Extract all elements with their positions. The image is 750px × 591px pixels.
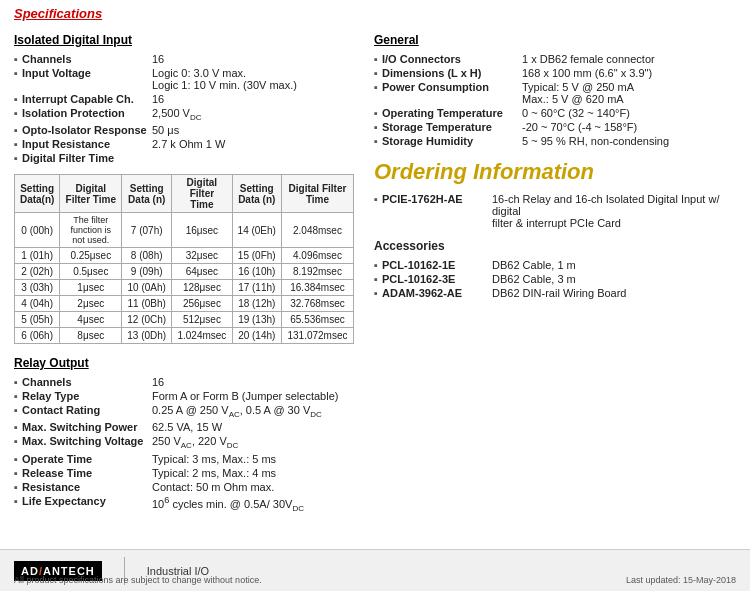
spec-label-filter: Digital Filter Time (22, 152, 152, 164)
spec-label-opto: Opto-Isolator Response (22, 124, 152, 136)
ordering-section: Ordering Information PCIE-1762H-AE 16-ch… (374, 159, 736, 229)
spec-label-resistance: Input Resistance (22, 138, 152, 150)
relay-channels: Channels 16 (14, 376, 354, 388)
general-storage-temp: Storage Temperature -20 ~ 70°C (-4 ~ 158… (374, 121, 736, 133)
order-item-pcie: PCIE-1762H-AE 16-ch Relay and 16-ch Isol… (374, 193, 736, 229)
relay-type: Relay Type Form A or Form B (Jumper sele… (14, 390, 354, 402)
general-title: General (374, 33, 736, 47)
col-header-5: SettingData (n) (232, 175, 281, 213)
spec-label-isolation: Isolation Protection (22, 107, 152, 122)
digital-input-section: Isolated Digital Input Channels 16 Input… (14, 33, 354, 344)
col-header-1: SettingData(n) (15, 175, 60, 213)
relay-contact-rating: Contact Rating 0.25 A @ 250 VAC, 0.5 A @… (14, 404, 354, 419)
spec-channels: Channels 16 (14, 53, 354, 65)
general-operating-temp: Operating Temperature 0 ~ 60°C (32 ~ 140… (374, 107, 736, 119)
page-heading: Specifications (0, 0, 750, 23)
accessory-adam: ADAM-3962-AE DB62 DIN-rail Wiring Board (374, 287, 736, 299)
footer: AD/ANTECH Industrial I/O All product spe… (0, 549, 750, 591)
table-row: 5 (05h) 4μsec 12 (0Ch) 512μsec 19 (13h) … (15, 312, 354, 328)
relay-output-specs: Channels 16 Relay Type Form A or Form B … (14, 376, 354, 512)
spec-input-voltage: Input Voltage Logic 0: 3.0 V max.Logic 1… (14, 67, 354, 91)
spec-label-channels: Channels (22, 53, 152, 65)
col-header-6: Digital FilterTime (281, 175, 353, 213)
col-header-4: DigitalFilterTime (172, 175, 232, 213)
footer-note: All product specifications are subject t… (14, 575, 262, 585)
general-io-connectors: I/O Connectors 1 x DB62 female connector (374, 53, 736, 65)
relay-life-expectancy: Life Expectancy 106 cycles min. @ 0.5A/ … (14, 495, 354, 513)
general-section: General I/O Connectors 1 x DB62 female c… (374, 33, 736, 147)
spec-interrupt: Interrupt Capable Ch. 16 (14, 93, 354, 105)
accessories-section: Accessories PCL-10162-1E DB62 Cable, 1 m… (374, 239, 736, 299)
table-row: 6 (06h) 8μsec 13 (0Dh) 1.024msec 20 (14h… (15, 328, 354, 344)
general-storage-humidity: Storage Humidity 5 ~ 95 % RH, non-conden… (374, 135, 736, 147)
spec-resistance: Input Resistance 2.7 k Ohm 1 W (14, 138, 354, 150)
spec-filter-time-label: Digital Filter Time (14, 152, 354, 164)
table-row: 1 (01h) 0.25μsec 8 (08h) 32μsec 15 (0Fh)… (15, 248, 354, 264)
accessory-pcl-3e: PCL-10162-3E DB62 Cable, 3 m (374, 273, 736, 285)
accessory-pcl-1e: PCL-10162-1E DB62 Cable, 1 m (374, 259, 736, 271)
relay-output-section: Relay Output Channels 16 Relay Type Form… (14, 356, 354, 512)
ordering-list: PCIE-1762H-AE 16-ch Relay and 16-ch Isol… (374, 193, 736, 229)
relay-max-switching-voltage: Max. Switching Voltage 250 VAC, 220 VDC (14, 435, 354, 450)
filter-table: SettingData(n) DigitalFilter Time Settin… (14, 174, 354, 344)
table-row: 3 (03h) 1μsec 10 (0Ah) 128μsec 17 (11h) … (15, 280, 354, 296)
footer-date: Last updated: 15-May-2018 (626, 575, 736, 585)
relay-operate-time: Operate Time Typical: 3 ms, Max.: 5 ms (14, 453, 354, 465)
relay-output-title: Relay Output (14, 356, 354, 370)
table-row: 2 (02h) 0.5μsec 9 (09h) 64μsec 16 (10h) … (15, 264, 354, 280)
spec-label-interrupt: Interrupt Capable Ch. (22, 93, 152, 105)
spec-value-resistance: 2.7 k Ohm 1 W (152, 138, 225, 150)
ordering-title: Ordering Information (374, 159, 736, 185)
col-header-3: SettingData (n) (122, 175, 172, 213)
general-specs: I/O Connectors 1 x DB62 female connector… (374, 53, 736, 147)
spec-isolation: Isolation Protection 2,500 VDC (14, 107, 354, 122)
spec-value-interrupt: 16 (152, 93, 164, 105)
general-power: Power Consumption Typical: 5 V @ 250 mAM… (374, 81, 736, 105)
col-header-2: DigitalFilter Time (60, 175, 122, 213)
general-dimensions: Dimensions (L x H) 168 x 100 mm (6.6" x … (374, 67, 736, 79)
table-row: 0 (00h) The filterfunction isnot used. 7… (15, 213, 354, 248)
digital-input-title: Isolated Digital Input (14, 33, 354, 47)
spec-label-input-voltage: Input Voltage (22, 67, 152, 91)
relay-release-time: Release Time Typical: 2 ms, Max.: 4 ms (14, 467, 354, 479)
spec-opto: Opto-Isolator Response 50 μs (14, 124, 354, 136)
spec-value-input-voltage: Logic 0: 3.0 V max.Logic 1: 10 V min. (3… (152, 67, 297, 91)
accessories-list: PCL-10162-1E DB62 Cable, 1 m PCL-10162-3… (374, 259, 736, 299)
spec-value-opto: 50 μs (152, 124, 179, 136)
label-io-connectors: I/O Connectors (382, 53, 522, 65)
accessories-title: Accessories (374, 239, 736, 253)
spec-value-isolation: 2,500 VDC (152, 107, 201, 122)
left-column: Isolated Digital Input Channels 16 Input… (14, 33, 354, 522)
relay-resistance: Resistance Contact: 50 m Ohm max. (14, 481, 354, 493)
right-column: General I/O Connectors 1 x DB62 female c… (374, 33, 736, 522)
digital-input-specs: Channels 16 Input Voltage Logic 0: 3.0 V… (14, 53, 354, 164)
relay-max-switching-power: Max. Switching Power 62.5 VA, 15 W (14, 421, 354, 433)
spec-value-channels: 16 (152, 53, 164, 65)
table-row: 4 (04h) 2μsec 11 (0Bh) 256μsec 18 (12h) … (15, 296, 354, 312)
